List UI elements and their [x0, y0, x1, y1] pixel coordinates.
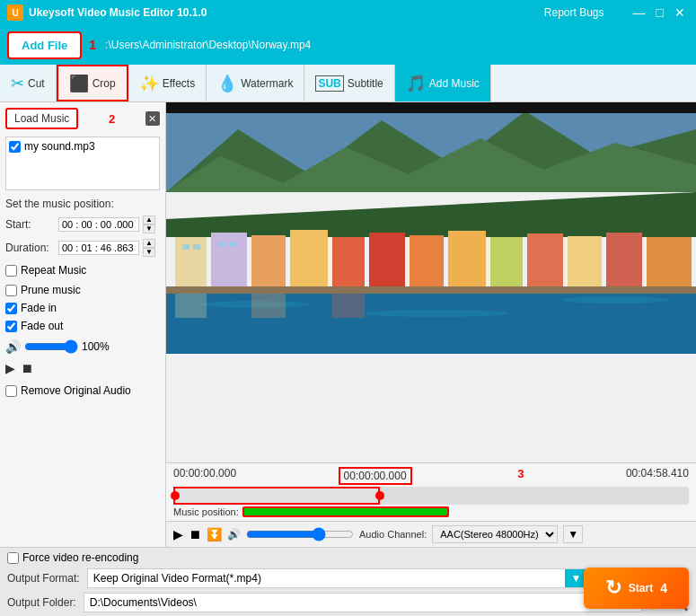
- svg-rect-4: [175, 237, 207, 291]
- stop-button[interactable]: ⏹: [21, 361, 33, 375]
- add-file-button[interactable]: Add File: [7, 31, 82, 59]
- minimize-button[interactable]: —: [630, 5, 649, 20]
- start-button[interactable]: ↻ Start 4: [584, 568, 689, 609]
- file-bar: Add File 1 :\Users\Administrator\Desktop…: [0, 25, 696, 65]
- close-button[interactable]: ✕: [671, 5, 689, 20]
- toolbar-subtitle[interactable]: SUB Subtitle: [304, 65, 394, 101]
- toolbar-watermark[interactable]: 💧 Watermark: [207, 65, 304, 101]
- app-icon: U: [7, 4, 23, 21]
- fade-in-row: Fade in: [5, 302, 160, 314]
- title-bar-controls: — □ ✕: [630, 5, 689, 20]
- music-position-row: Music position:: [173, 506, 689, 517]
- report-bugs-link[interactable]: Report Bugs: [544, 6, 604, 19]
- start-down-btn[interactable]: ▼: [143, 224, 155, 233]
- right-section: 00:00:00.000 00:00:00.000 3 00:04:58.410…: [166, 102, 696, 547]
- svg-rect-27: [332, 291, 365, 318]
- fade-out-checkbox[interactable]: [5, 321, 17, 332]
- close-panel-button[interactable]: ✕: [145, 111, 160, 126]
- timeline-section: 00:00:00.000 00:00:00.000 3 00:04:58.410…: [166, 462, 696, 521]
- svg-rect-5: [211, 233, 247, 291]
- music-checkbox[interactable]: [9, 141, 21, 153]
- remove-audio-row: Remove Original Audio: [5, 384, 160, 397]
- skip-button[interactable]: ⏬: [207, 527, 222, 541]
- maximize-button[interactable]: □: [653, 5, 667, 20]
- svg-rect-17: [182, 244, 189, 250]
- timeline-times: 00:00:00.000 00:00:00.000 3 00:04:58.410: [173, 467, 689, 485]
- repeat-checkbox[interactable]: [5, 265, 17, 277]
- volume-slider[interactable]: [24, 339, 78, 354]
- badge-2: 2: [109, 112, 115, 126]
- music-list: my sound.mp3: [5, 136, 160, 190]
- toolbar-add-music[interactable]: 🎵 Add Music: [395, 65, 491, 101]
- badge-3: 3: [517, 467, 524, 485]
- audio-dropdown-btn[interactable]: ▼: [563, 525, 583, 543]
- middle-section: Load Music 2 ✕ my sound.mp3 Set the musi…: [0, 102, 696, 547]
- svg-rect-11: [448, 231, 486, 291]
- duration-down-btn[interactable]: ▼: [143, 248, 155, 257]
- svg-rect-29: [166, 102, 696, 113]
- toolbar-crop[interactable]: ⬛ Crop: [57, 65, 128, 101]
- encode-row: Force video re-encoding: [7, 551, 689, 564]
- position-label: Set the music position:: [5, 198, 160, 210]
- volume-row: 🔊 100%: [5, 339, 160, 354]
- play-ctrl-button[interactable]: ▶: [173, 527, 183, 541]
- crop-label: Crop: [93, 77, 116, 90]
- effects-icon: ✨: [139, 74, 159, 93]
- music-pos-label: Music position:: [173, 506, 239, 517]
- svg-rect-25: [175, 291, 207, 318]
- volume-icon: 🔊: [5, 339, 21, 354]
- start-up-btn[interactable]: ▲: [143, 216, 155, 224]
- start-time-input[interactable]: [58, 217, 139, 232]
- svg-rect-12: [490, 237, 523, 291]
- crop-icon: ⬛: [69, 74, 89, 93]
- prune-checkbox[interactable]: [5, 285, 17, 296]
- stop-ctrl-button[interactable]: ⏹: [189, 527, 201, 541]
- video-preview: [166, 102, 696, 462]
- toolbar-effects[interactable]: ✨ Effects: [128, 65, 207, 101]
- title-bar-left: U Ukeysoft Video Music Editor 10.1.0: [7, 4, 207, 21]
- svg-rect-26: [251, 291, 286, 318]
- left-panel: Load Music 2 ✕ my sound.mp3 Set the musi…: [0, 102, 166, 547]
- svg-rect-20: [229, 242, 236, 247]
- playback-row: ▶ ⏹: [5, 361, 160, 375]
- play-button[interactable]: ▶: [5, 361, 15, 375]
- svg-rect-18: [193, 244, 200, 250]
- duration-up-btn[interactable]: ▲: [143, 239, 155, 248]
- svg-marker-3: [166, 192, 696, 237]
- fade-in-checkbox[interactable]: [5, 303, 17, 314]
- force-encode-checkbox[interactable]: [7, 552, 19, 564]
- start-label: Start: [629, 582, 653, 594]
- music-file-name: my sound.mp3: [24, 140, 95, 153]
- cut-label: Cut: [28, 77, 45, 90]
- timeline-handle-right[interactable]: [375, 491, 384, 500]
- svg-rect-13: [527, 233, 563, 291]
- fade-out-label: Fade out: [21, 320, 63, 332]
- start-section: ↻ Start 4: [584, 568, 689, 609]
- timeline-handle-left[interactable]: [171, 491, 180, 500]
- svg-rect-14: [568, 236, 602, 291]
- add-music-label: Add Music: [429, 77, 480, 90]
- left-panel-header: Load Music 2 ✕: [5, 108, 160, 129]
- toolbar-cut[interactable]: ✂ Cut: [0, 65, 57, 101]
- duration-time-input[interactable]: [58, 241, 139, 255]
- title-bar: U Ukeysoft Video Music Editor 10.1.0 Rep…: [0, 0, 696, 25]
- fade-out-row: Fade out: [5, 320, 160, 332]
- format-select-container: Keep Original Video Format(*.mp4) ▼: [87, 568, 588, 588]
- folder-input[interactable]: [84, 593, 642, 612]
- cut-icon: ✂: [11, 74, 24, 93]
- remove-audio-checkbox[interactable]: [5, 385, 17, 397]
- svg-point-23: [364, 310, 507, 317]
- subtitle-icon: SUB: [315, 75, 343, 92]
- load-music-button[interactable]: Load Music: [5, 108, 78, 129]
- volume-ctrl-slider[interactable]: [246, 527, 354, 541]
- audio-channel-select[interactable]: AAC(Stereo 48000Hz): [432, 525, 558, 543]
- timeline-bar[interactable]: [173, 487, 689, 505]
- timeline-right-time: 00:04:58.410: [626, 467, 689, 485]
- app-window: U Ukeysoft Video Music Editor 10.1.0 Rep…: [0, 0, 696, 616]
- duration-label: Duration:: [5, 242, 55, 254]
- timeline-selection: [173, 487, 380, 505]
- volume-ctrl-icon: 🔊: [227, 528, 241, 541]
- app-title: Ukeysoft Video Music Editor 10.1.0: [29, 6, 207, 19]
- timeline-left-time: 00:00:00.000: [173, 467, 236, 485]
- svg-point-24: [561, 296, 669, 304]
